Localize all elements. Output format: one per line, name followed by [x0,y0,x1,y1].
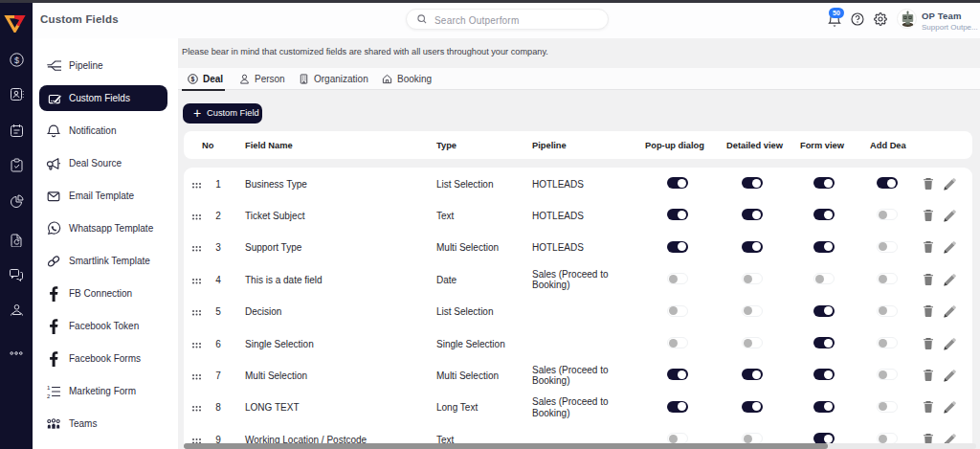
svg-text:1: 1 [47,384,51,390]
svg-text:$: $ [191,76,195,83]
svg-text:2: 2 [47,393,51,398]
svg-text:$: $ [13,56,18,65]
